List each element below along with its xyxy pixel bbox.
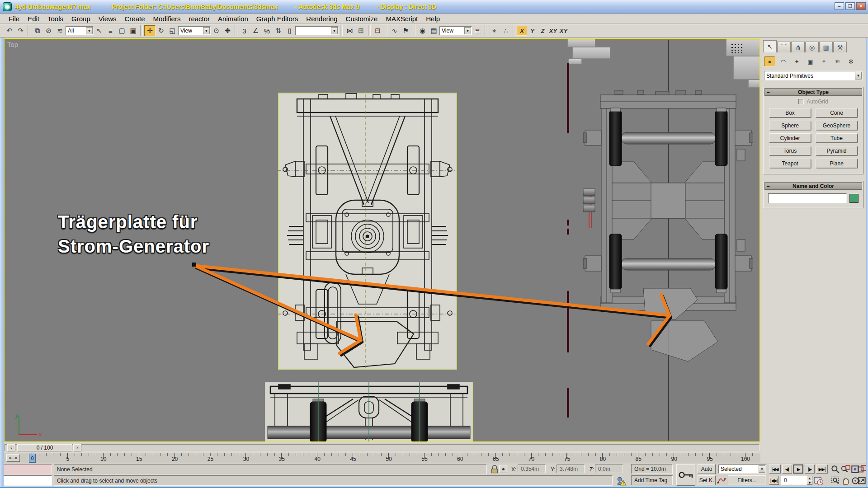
axis-constraint-x[interactable]: X — [517, 26, 527, 36]
rectangular-selection-region-icon[interactable]: ▢ — [116, 25, 127, 36]
tab-motion[interactable]: ◎ — [805, 42, 819, 52]
mirror-icon[interactable]: ⋈ — [344, 25, 355, 36]
tab-hierarchy[interactable]: ⋔ — [791, 42, 805, 52]
schematic-view-icon[interactable]: ⚑ — [400, 25, 411, 36]
menu-tools[interactable]: Tools — [43, 15, 67, 23]
quick-render-icon[interactable]: ☕ — [472, 25, 483, 36]
select-and-move-icon[interactable]: ✛ — [144, 25, 156, 36]
menu-customize[interactable]: Customize — [342, 15, 382, 23]
absolute-offset-toggle-icon[interactable] — [499, 465, 507, 473]
tab-create[interactable]: ↖ — [763, 40, 777, 52]
pan-hand-icon[interactable] — [840, 476, 851, 486]
layer-manager-icon[interactable]: ⊟ — [372, 25, 383, 36]
zoom-icon[interactable] — [830, 465, 841, 474]
key-filters-button[interactable]: Filters... — [728, 475, 766, 485]
spacewarps-category-icon[interactable]: ≋ — [832, 56, 843, 66]
snaps-use-axis-center-icon[interactable]: ⌖ — [489, 25, 500, 36]
geosphere-button[interactable]: GeoSphere — [816, 121, 858, 130]
communicator-alert-icon[interactable]: ! — [616, 476, 627, 486]
menu-modifiers[interactable]: Modifiers — [149, 15, 185, 23]
viewport-label[interactable]: Top — [7, 41, 18, 48]
key-filter-dropdown[interactable]: Selected▼ — [718, 465, 766, 474]
next-frame-arrow[interactable]: › — [73, 444, 81, 451]
menu-file[interactable]: File — [5, 15, 24, 23]
material-editor-icon[interactable]: ◉ — [417, 25, 428, 36]
maxscript-listener-white[interactable] — [1, 475, 52, 486]
menu-create[interactable]: Create — [121, 15, 149, 23]
menu-help[interactable]: Help — [422, 15, 444, 23]
auto-key-button[interactable]: Auto — [698, 464, 716, 474]
axis-constraint-z[interactable]: Z — [538, 26, 548, 36]
time-slider-handle[interactable]: 0 / 100 — [17, 444, 72, 451]
chevron-down-icon[interactable]: ▼ — [464, 27, 471, 34]
lock-selection-icon[interactable] — [489, 465, 500, 474]
close-button[interactable]: ✕ — [856, 2, 866, 10]
geometry-category-icon[interactable]: ● — [764, 56, 775, 66]
redo-icon[interactable]: ↷ — [15, 25, 26, 36]
sphere-button[interactable]: Sphere — [769, 121, 811, 130]
snap-toggle-3d-icon[interactable]: 3 — [239, 25, 250, 36]
cameras-category-icon[interactable]: ▣ — [805, 56, 816, 66]
maximize-viewport-toggle-icon[interactable] — [857, 476, 867, 486]
menu-views[interactable]: Views — [94, 15, 121, 23]
menu-rendering[interactable]: Rendering — [302, 15, 341, 23]
chevron-down-icon[interactable]: ▼ — [759, 465, 765, 473]
select-and-manipulate-icon[interactable]: ✥ — [222, 25, 233, 36]
axis-constraint-y[interactable]: Y — [527, 26, 538, 36]
object-color-swatch[interactable] — [849, 194, 859, 203]
top-viewport[interactable]: Top — [4, 38, 760, 442]
undo-icon[interactable]: ↶ — [4, 25, 15, 36]
use-pivot-center-icon[interactable]: ⊙ — [211, 25, 222, 36]
chevron-down-icon[interactable]: ▼ — [86, 27, 93, 34]
axis-constraint-xy[interactable]: XY — [548, 26, 558, 36]
track-bar-frame-marker[interactable]: 0 — [29, 454, 36, 463]
cylinder-button[interactable]: Cylinder — [769, 133, 811, 143]
time-configuration-icon[interactable] — [814, 476, 824, 486]
menu-graph-editors[interactable]: Graph Editors — [252, 15, 302, 23]
chevron-down-icon[interactable]: ▼ — [331, 27, 338, 34]
zoom-extents-all-icon[interactable] — [857, 465, 867, 474]
angle-snap-icon[interactable]: ∠ — [250, 25, 261, 36]
z-coord-field[interactable]: 0.0m — [595, 465, 623, 473]
cone-button[interactable]: Cone — [816, 108, 858, 117]
curve-editor-icon[interactable]: ∿ — [389, 25, 400, 36]
helpers-category-icon[interactable]: ⌖ — [818, 56, 830, 66]
spinner-snap-icon[interactable]: ⇅ — [273, 25, 284, 36]
named-selection-sets-dropdown[interactable]: ▼ — [295, 26, 339, 35]
minimize-button[interactable]: – — [835, 2, 844, 10]
x-coord-field[interactable]: 0.354m — [518, 465, 546, 473]
select-and-scale-icon[interactable]: ◱ — [167, 25, 178, 36]
render-scene-dialog-icon[interactable]: ▤ — [428, 25, 439, 36]
select-object-icon[interactable]: ↖ — [94, 25, 105, 36]
select-by-name-icon[interactable]: ≡ — [105, 25, 116, 36]
time-slider-track[interactable] — [5, 444, 760, 451]
bind-to-space-warp-icon[interactable]: ≋ — [54, 25, 66, 36]
array-icon[interactable]: ∴ — [500, 25, 511, 36]
frame-spinner-down[interactable]: ▼ — [807, 480, 812, 485]
current-frame-field[interactable]: 0 — [781, 476, 807, 485]
unlink-selection-icon[interactable]: ⊘ — [43, 25, 54, 36]
teapot-button[interactable]: Teapot — [769, 159, 811, 168]
set-keys-button[interactable] — [676, 464, 695, 486]
model-wagon-underframe[interactable] — [583, 90, 753, 402]
tab-display[interactable]: ▥ — [819, 42, 833, 52]
select-and-link-icon[interactable]: ⧉ — [32, 25, 43, 36]
chevron-down-icon[interactable]: ▼ — [203, 27, 210, 34]
selection-filter-dropdown[interactable]: All▼ — [66, 26, 94, 35]
torus-button[interactable]: Torus — [769, 146, 811, 155]
name-and-color-rollout-header[interactable]: – Name and Color — [764, 182, 862, 190]
default-in-out-tangent-icon[interactable] — [717, 475, 726, 485]
reference-coordinate-dropdown[interactable]: View▼ — [178, 26, 211, 35]
region-zoom-icon[interactable] — [830, 476, 841, 486]
play-button[interactable]: ▶ — [793, 465, 803, 474]
maxscript-listener-pink[interactable] — [1, 464, 52, 474]
menu-reactor[interactable]: reactor — [184, 15, 214, 23]
tab-utilities[interactable]: ⚒ — [833, 42, 847, 52]
align-icon[interactable]: ⊞ — [355, 25, 367, 36]
goto-start-button[interactable]: |◀◀ — [769, 465, 781, 474]
restore-button[interactable]: ❐ — [845, 2, 855, 10]
y-coord-field[interactable]: 3.748m — [557, 465, 585, 473]
add-time-tag-field[interactable]: Add Time Tag — [631, 475, 673, 485]
lights-category-icon[interactable]: ✦ — [791, 56, 802, 66]
track-bar[interactable]: ⇤⇥ 5101520253035404550556065707580859095… — [4, 453, 760, 463]
